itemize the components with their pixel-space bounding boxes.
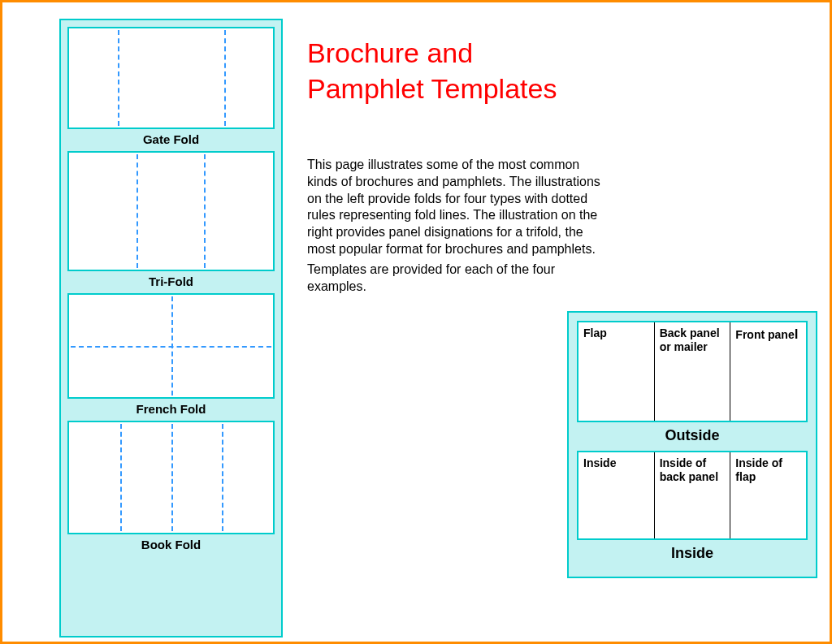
inside-cell-3: Inside of flap: [730, 452, 806, 538]
fold-line-icon: [224, 30, 226, 126]
fold-types-panel: Gate Fold Tri-Fold French Fold Book Fold: [59, 19, 283, 638]
inside-label-2: Inside of back panel: [660, 456, 718, 483]
inside-cell-1: Inside: [578, 452, 654, 538]
trifold-panel: Flap Back panel or mailer Front panel Ou…: [567, 311, 817, 578]
fold-line-icon: [222, 424, 223, 531]
inside-group: Inside Inside of back panel Inside of fl…: [577, 451, 808, 562]
outside-flap-cell: Flap: [578, 322, 654, 421]
tri-fold-block: Tri-Fold: [67, 151, 275, 288]
inside-label-1: Inside: [583, 456, 616, 469]
fold-line-icon: [71, 346, 271, 348]
description-para1: This page illustrates some of the most c…: [307, 157, 608, 258]
description-para2: Templates are provided for each of the f…: [307, 261, 608, 296]
gate-fold-label: Gate Fold: [67, 132, 275, 146]
tri-fold-label: Tri-Fold: [67, 274, 275, 288]
page-title: Brochure and Pamphlet Templates: [307, 35, 557, 106]
inside-cell-2: Inside of back panel: [654, 452, 730, 538]
flap-label: Flap: [583, 326, 607, 339]
french-fold-block: French Fold: [67, 293, 275, 416]
tri-fold-diagram: [67, 151, 275, 271]
french-fold-diagram: [67, 293, 275, 399]
outside-label: Outside: [577, 427, 808, 444]
gate-fold-diagram: [67, 27, 275, 129]
front-panel-label: Front pane: [735, 328, 794, 341]
inside-label-3: Inside of flap: [735, 456, 782, 483]
book-fold-block: Book Fold: [67, 421, 275, 551]
outside-diagram: Flap Back panel or mailer Front panel: [577, 321, 808, 422]
fold-line-icon: [120, 424, 122, 531]
back-panel-label: Back panel or mailer: [660, 326, 720, 353]
book-fold-label: Book Fold: [67, 538, 275, 551]
fold-line-icon: [136, 154, 138, 268]
title-line1: Brochure and: [307, 35, 557, 71]
french-fold-label: French Fold: [67, 402, 275, 416]
fold-line-icon: [118, 30, 119, 126]
outside-back-cell: Back panel or mailer: [654, 322, 730, 421]
title-line2: Pamphlet Templates: [307, 71, 557, 106]
outside-front-cell: Front panel: [730, 322, 806, 421]
gate-fold-block: Gate Fold: [67, 27, 275, 146]
outside-group: Flap Back panel or mailer Front panel Ou…: [577, 321, 808, 444]
fold-line-icon: [171, 424, 173, 531]
book-fold-diagram: [67, 421, 275, 534]
fold-line-icon: [204, 154, 206, 268]
description-text: This page illustrates some of the most c…: [307, 157, 608, 298]
inside-label: Inside: [577, 545, 808, 562]
inside-diagram: Inside Inside of back panel Inside of fl…: [577, 451, 808, 540]
front-panel-label-l: l: [795, 326, 799, 342]
